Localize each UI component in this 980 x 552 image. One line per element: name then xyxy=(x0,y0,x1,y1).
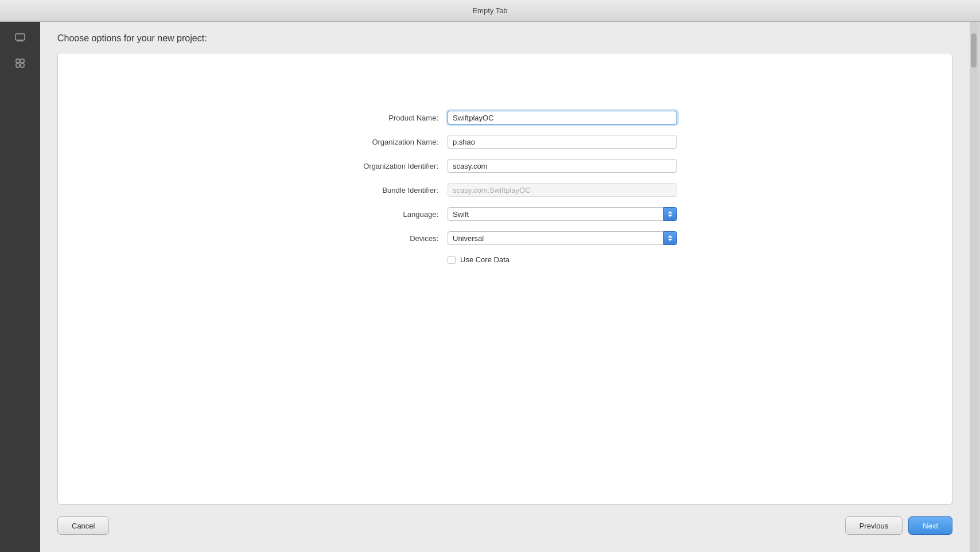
language-label: Language: xyxy=(333,210,448,219)
language-select-container: Swift Objective-C xyxy=(448,207,677,221)
devices-stepper-up-arrow xyxy=(668,235,672,238)
next-button[interactable]: Next xyxy=(908,516,952,535)
bundle-identifier-row: Bundle Identifier: xyxy=(333,183,677,197)
content-area: Choose options for your new project: Pro… xyxy=(40,22,970,552)
product-name-label: Product Name: xyxy=(333,114,448,122)
language-stepper[interactable] xyxy=(663,207,677,221)
cancel-button[interactable]: Cancel xyxy=(57,516,109,535)
org-identifier-input[interactable] xyxy=(448,159,677,173)
devices-stepper[interactable] xyxy=(663,231,677,245)
sidebar-grid-icon[interactable] xyxy=(10,53,30,73)
action-bar: Cancel Previous Next xyxy=(57,505,952,535)
sidebar xyxy=(0,22,40,552)
language-select[interactable]: Swift Objective-C xyxy=(448,207,677,221)
devices-select-container: Universal iPhone iPad xyxy=(448,231,677,245)
devices-label: Devices: xyxy=(333,234,448,243)
scrollbar-thumb xyxy=(971,33,977,68)
org-identifier-label: Organization Identifier: xyxy=(333,162,448,170)
svg-rect-4 xyxy=(21,64,24,67)
dialog-heading: Choose options for your new project: xyxy=(57,33,952,44)
use-core-data-label: Use Core Data xyxy=(460,255,510,264)
devices-row: Devices: Universal iPhone iPad xyxy=(333,231,677,245)
scrollbar-track[interactable] xyxy=(970,22,978,552)
dialog-panel: Product Name: Organization Name: Organiz… xyxy=(57,53,952,505)
previous-button[interactable]: Previous xyxy=(845,516,903,535)
right-panel xyxy=(970,22,980,552)
form-container: Product Name: Organization Name: Organiz… xyxy=(333,88,677,264)
org-identifier-row: Organization Identifier: xyxy=(333,159,677,173)
devices-select[interactable]: Universal iPhone iPad xyxy=(448,231,677,245)
organization-name-row: Organization Name: xyxy=(333,135,677,149)
devices-stepper-down-arrow xyxy=(668,239,672,241)
title-bar: Empty Tab xyxy=(0,0,980,22)
stepper-up-arrow xyxy=(668,211,672,213)
bundle-identifier-input xyxy=(448,183,677,197)
use-core-data-row: Use Core Data xyxy=(448,255,677,264)
product-name-input[interactable] xyxy=(448,111,677,125)
action-right: Previous Next xyxy=(845,516,952,535)
stepper-down-arrow xyxy=(668,215,672,217)
svg-rect-3 xyxy=(16,64,20,67)
svg-rect-1 xyxy=(16,59,20,63)
organization-name-label: Organization Name: xyxy=(333,138,448,146)
product-name-row: Product Name: xyxy=(333,111,677,125)
sidebar-chat-icon[interactable] xyxy=(10,28,30,48)
use-core-data-checkbox[interactable] xyxy=(448,256,456,264)
language-row: Language: Swift Objective-C xyxy=(333,207,677,221)
bundle-identifier-label: Bundle Identifier: xyxy=(333,186,448,195)
svg-rect-0 xyxy=(15,34,25,40)
window-title: Empty Tab xyxy=(472,6,507,15)
organization-name-input[interactable] xyxy=(448,135,677,149)
svg-rect-2 xyxy=(21,59,24,63)
